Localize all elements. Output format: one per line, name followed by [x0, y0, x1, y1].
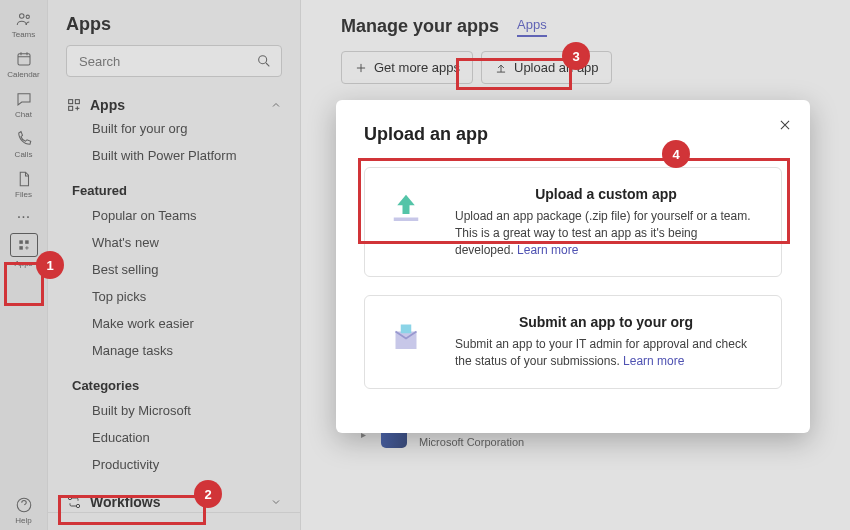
workflows-icon: [66, 494, 82, 510]
sidebar-item[interactable]: Best selling: [48, 256, 300, 283]
rail-item-chat[interactable]: Chat: [0, 84, 48, 124]
rail-item-calls[interactable]: Calls: [0, 124, 48, 164]
sidebar-section-workflows[interactable]: Workflows: [48, 484, 300, 512]
svg-rect-2: [18, 53, 30, 64]
upload-icon: [494, 61, 508, 75]
card-desc: Submit an app to your IT admin for appro…: [451, 336, 761, 370]
sidebar-item[interactable]: Make work easier: [48, 310, 300, 337]
sidebar-item[interactable]: Built with Power Platform: [48, 142, 300, 169]
close-button[interactable]: [778, 118, 792, 136]
card-desc: Upload an app package (.zip file) for yo…: [451, 208, 761, 258]
rail-label: Apps: [14, 259, 32, 268]
svg-rect-17: [401, 325, 412, 334]
teams-icon: [15, 10, 33, 28]
annotation-marker-2: 2: [196, 482, 220, 506]
rail-item-files[interactable]: Files: [0, 164, 48, 204]
learn-more-link[interactable]: Learn more: [623, 354, 684, 368]
sidebar-item[interactable]: Built by Microsoft: [48, 397, 300, 424]
sidebar-heading-categories: Categories: [48, 364, 300, 397]
svg-point-7: [259, 56, 267, 64]
card-title: Submit an app to your org: [451, 314, 761, 330]
sidebar-title: Apps: [48, 0, 300, 45]
search-wrapper: [66, 45, 282, 77]
rail-item-calendar[interactable]: Calendar: [0, 44, 48, 84]
close-icon: [778, 118, 792, 132]
annotation-marker-1: 1: [38, 253, 62, 277]
sidebar-item[interactable]: Productivity: [48, 451, 300, 478]
search-icon: [256, 53, 272, 69]
learn-more-link[interactable]: Learn more: [517, 243, 578, 257]
card-title: Upload a custom app: [451, 186, 761, 202]
svg-rect-3: [19, 240, 23, 244]
dialog-title: Upload an app: [364, 124, 782, 145]
section-label: Workflows: [90, 494, 161, 510]
sidebar-heading-featured: Featured: [48, 169, 300, 202]
annotation-marker-3: 3: [564, 44, 588, 68]
rail-more[interactable]: ···: [0, 204, 48, 230]
submit-app-card[interactable]: Submit an app to your org Submit an app …: [364, 295, 782, 389]
rail-label: Files: [15, 190, 32, 199]
upload-custom-app-card[interactable]: Upload a custom app Upload an app packag…: [364, 167, 782, 277]
chat-icon: [15, 90, 33, 108]
sidebar-item[interactable]: Education: [48, 424, 300, 451]
apps-icon: [66, 97, 82, 113]
files-icon: [15, 170, 33, 188]
rail-label: Chat: [15, 110, 32, 119]
svg-point-11: [68, 496, 71, 499]
plus-icon: [354, 61, 368, 75]
chevron-up-icon: [270, 99, 282, 111]
sidebar-section-apps[interactable]: Apps: [48, 87, 300, 115]
rail-item-teams[interactable]: Teams: [0, 4, 48, 44]
svg-rect-4: [25, 240, 29, 244]
sidebar: Apps Apps Built for your org Built with …: [48, 0, 301, 530]
get-more-apps-button[interactable]: Get more apps: [341, 51, 473, 84]
chevron-down-icon: [270, 496, 282, 508]
rail-item-help[interactable]: Help: [0, 490, 48, 530]
sidebar-item[interactable]: Built for your org: [48, 115, 300, 142]
sidebar-item[interactable]: Popular on Teams: [48, 202, 300, 229]
submit-icon: [385, 314, 427, 356]
app-corp: Microsoft Corporation: [419, 436, 528, 448]
svg-point-1: [26, 15, 29, 18]
rail-label: Calendar: [7, 70, 39, 79]
svg-point-0: [19, 13, 24, 18]
svg-rect-10: [69, 106, 73, 110]
upload-app-dialog: Upload an app Upload a custom app Upload…: [336, 100, 810, 433]
upload-an-app-button[interactable]: Upload an app: [481, 51, 612, 84]
sidebar-item[interactable]: What's new: [48, 229, 300, 256]
help-icon: [15, 496, 33, 514]
apps-icon: [17, 238, 31, 252]
svg-point-12: [76, 504, 79, 507]
annotation-marker-4: 4: [664, 142, 688, 166]
svg-rect-5: [19, 246, 23, 250]
manage-your-apps-button[interactable]: Manage your apps: [58, 519, 290, 530]
calls-icon: [15, 130, 33, 148]
page-title: Manage your apps: [341, 16, 499, 37]
sidebar-item[interactable]: Manage tasks: [48, 337, 300, 364]
rail-label: Teams: [12, 30, 36, 39]
section-label: Apps: [90, 97, 125, 113]
sidebar-item[interactable]: Top picks: [48, 283, 300, 310]
calendar-icon: [15, 50, 33, 68]
rail-label: Calls: [15, 150, 33, 159]
search-input[interactable]: [66, 45, 282, 77]
svg-rect-8: [69, 100, 73, 104]
svg-rect-9: [75, 100, 79, 104]
tab-apps[interactable]: Apps: [517, 17, 547, 37]
rail-label: Help: [15, 516, 31, 525]
btn-label: Get more apps: [374, 60, 460, 75]
upload-icon: [385, 186, 427, 228]
